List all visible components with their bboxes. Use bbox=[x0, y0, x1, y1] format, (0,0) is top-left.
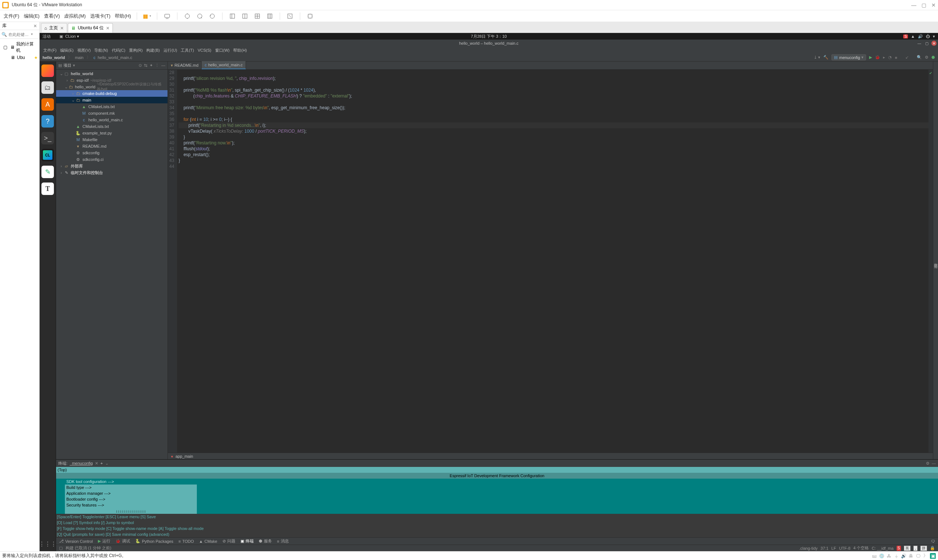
hide-panel-icon[interactable]: — bbox=[161, 63, 165, 68]
ime-indicator[interactable]: S bbox=[903, 34, 908, 38]
stretch-icon[interactable] bbox=[306, 12, 314, 20]
close-button[interactable]: ✕ bbox=[932, 2, 936, 8]
tool-messages[interactable]: ≡消息 bbox=[277, 538, 289, 544]
profiler-icon[interactable]: ◔ bbox=[888, 55, 892, 60]
menuconfig-item[interactable]: Bootloader config ---> bbox=[56, 496, 938, 502]
volume-icon[interactable]: 🔊 bbox=[918, 34, 923, 39]
event-log-icon[interactable]: 🗨 bbox=[931, 539, 935, 543]
power-icon[interactable]: ⏻ bbox=[926, 34, 930, 38]
snapshot-manager-icon[interactable] bbox=[196, 12, 204, 20]
collapse-icon[interactable]: ✦ bbox=[149, 63, 153, 68]
device-display-icon[interactable]: 🖵 bbox=[915, 553, 921, 559]
terminal-hide-icon[interactable]: — bbox=[932, 461, 936, 466]
search-dropdown-icon[interactable]: ▼ bbox=[31, 32, 33, 36]
idf-icon[interactable]: ⬣ bbox=[932, 55, 935, 60]
terminal-tab[interactable]: _menuconfig bbox=[70, 461, 93, 465]
code-line[interactable]: esp_restart(); bbox=[178, 152, 929, 158]
status-indent[interactable]: 4 个空格 bbox=[853, 545, 869, 551]
dock-gedit-icon[interactable]: ✎ bbox=[42, 166, 54, 178]
menuconfig-item[interactable]: Application manager ---> bbox=[56, 490, 938, 496]
tool-todo[interactable]: ≡TODO bbox=[178, 539, 194, 543]
settings-icon[interactable]: ⚙ bbox=[925, 55, 929, 60]
terminal-dropdown-icon[interactable]: ⌄ bbox=[105, 461, 109, 466]
clion-menu-window[interactable]: 窗口(W) bbox=[215, 48, 230, 53]
code-line[interactable] bbox=[178, 99, 929, 105]
project-tree-item[interactable]: ›✎临时文件和控制台 bbox=[56, 169, 168, 176]
code-line[interactable]: printf("Restarting in %d seconds...\n", … bbox=[178, 122, 929, 128]
project-tree-item[interactable]: Mcomponent.mk bbox=[56, 110, 168, 117]
clion-menu-build[interactable]: 构建(B) bbox=[146, 48, 160, 53]
code-line[interactable]: printf("Minimum free heap size: %d bytes… bbox=[178, 105, 929, 111]
search-everywhere-icon[interactable]: 🔍 bbox=[917, 55, 922, 60]
project-tree-item[interactable]: ⌄▢hello_world bbox=[56, 70, 168, 77]
minimize-button[interactable]: — bbox=[911, 2, 916, 8]
menuconfig-item[interactable]: Security features ---> bbox=[56, 502, 938, 508]
clion-menu-file[interactable]: 文件(F) bbox=[43, 48, 57, 53]
status-caret[interactable]: 37:1 bbox=[821, 546, 829, 551]
clion-menu-edit[interactable]: 编辑(E) bbox=[60, 48, 74, 53]
menuconfig-item[interactable]: SDK tool configuration ---> bbox=[56, 478, 938, 485]
status-clang-tidy[interactable]: .clang-tidy bbox=[799, 546, 817, 551]
pull-icon[interactable]: ↙ bbox=[906, 55, 909, 60]
tool-services[interactable]: ⬢服务 bbox=[259, 538, 272, 544]
project-tree-item[interactable]: ▲CMakeLists.txt bbox=[56, 123, 168, 130]
coverage-icon[interactable]: ▸ bbox=[883, 55, 885, 60]
revert-icon[interactable] bbox=[208, 12, 216, 20]
tool-debug[interactable]: 🐞调试 bbox=[115, 538, 130, 544]
device-printer-icon[interactable]: 🖶 bbox=[908, 553, 914, 559]
clock[interactable]: 7月28日 下午 3：10 bbox=[471, 34, 507, 39]
view-custom-icon[interactable] bbox=[266, 12, 274, 20]
tool-run[interactable]: ▶运行 bbox=[98, 538, 110, 544]
code-line[interactable]: fflush(stdout); bbox=[178, 146, 929, 152]
tool-cmake[interactable]: ▲CMake bbox=[199, 539, 217, 543]
tab-close-icon[interactable]: ✕ bbox=[106, 26, 109, 31]
tab-close-icon[interactable]: ✕ bbox=[60, 26, 64, 31]
terminal-settings-icon[interactable]: ⚙ bbox=[926, 461, 930, 466]
device-tools-icon[interactable]: ▣ bbox=[930, 553, 936, 559]
project-tree-item[interactable]: 🐍example_test.py bbox=[56, 130, 168, 136]
library-close-icon[interactable]: ✕ bbox=[33, 23, 37, 29]
menu-tabs[interactable]: 选项卡(T) bbox=[90, 13, 111, 19]
maximize-button[interactable]: ▢ bbox=[921, 2, 926, 8]
tool-problems[interactable]: ⊘问题 bbox=[223, 538, 235, 544]
clion-menu-refactor[interactable]: 重构(R) bbox=[129, 48, 143, 53]
dock-terminal-icon[interactable]: >_ bbox=[42, 132, 54, 145]
project-tree-item[interactable]: ⚙sdkconfig bbox=[56, 149, 168, 156]
project-tree-item[interactable]: ⌄🗀hello_world~/Desktop/ESP32Code/外设接口与传感… bbox=[56, 83, 168, 90]
dock-help-icon[interactable]: ? bbox=[42, 115, 54, 128]
tab-ubuntu[interactable]: 🖥Ubuntu 64 位✕ bbox=[68, 23, 113, 32]
project-tree-item[interactable]: ⚙sdkconfig.ci bbox=[56, 156, 168, 163]
menuconfig-item[interactable]: Build type ---> bbox=[56, 485, 938, 490]
clion-menu-view[interactable]: 视图(V) bbox=[77, 48, 91, 53]
view-single-icon[interactable] bbox=[228, 12, 237, 20]
stop-button[interactable]: ■ bbox=[895, 55, 897, 60]
status-line-sep[interactable]: LF bbox=[831, 546, 836, 551]
terminal-body[interactable]: (Top) Espressif IoT Development Framewor… bbox=[56, 467, 938, 537]
project-tree-item[interactable]: ›⏥外部库 bbox=[56, 163, 168, 169]
ime-mode[interactable]: 拼 bbox=[920, 546, 927, 551]
ime-sep[interactable]: , bbox=[913, 546, 918, 551]
tree-vm-ubuntu[interactable]: 🖥Ubu★ bbox=[1, 54, 38, 61]
view-grid-icon[interactable] bbox=[253, 12, 261, 20]
tree-root[interactable]: ▢🖥我的计算机 bbox=[1, 40, 38, 54]
terminal-add-icon[interactable]: + bbox=[100, 461, 103, 465]
project-tree-item[interactable]: ⌄🗀main bbox=[56, 97, 168, 103]
view-split-icon[interactable] bbox=[241, 12, 249, 20]
terminal-tab-close-icon[interactable]: ✕ bbox=[95, 461, 98, 466]
code-line[interactable] bbox=[178, 111, 929, 117]
device-usb-icon[interactable]: ⏚ bbox=[893, 553, 899, 559]
code-line[interactable]: vTaskDelay( xTicksToDelay: 1000 / portTI… bbox=[178, 128, 929, 134]
code-line[interactable]: printf("silicon revision %d, ", chip_inf… bbox=[178, 75, 929, 82]
status-window-icon[interactable]: ▢ bbox=[59, 546, 63, 551]
expand-icon[interactable]: ⇆ bbox=[144, 63, 148, 68]
status-encoding[interactable]: UTF-8 bbox=[839, 546, 850, 551]
breadcrumb[interactable]: hello_world〉 main〉 chello_world_main.c bbox=[43, 55, 132, 60]
menu-edit[interactable]: 编辑(E) bbox=[24, 13, 40, 19]
code-line[interactable] bbox=[178, 163, 929, 169]
right-tool-stripe[interactable]: 数据库 通知 bbox=[933, 62, 938, 459]
target-icon[interactable]: ⊙ bbox=[138, 63, 142, 68]
clion-menu-navigate[interactable]: 导航(N) bbox=[94, 48, 108, 53]
status-context[interactable]: C: __idf_ma bbox=[872, 546, 893, 551]
add-config-icon[interactable]: ⤓ ▾ bbox=[814, 55, 820, 60]
send-cad-icon[interactable] bbox=[163, 12, 171, 20]
